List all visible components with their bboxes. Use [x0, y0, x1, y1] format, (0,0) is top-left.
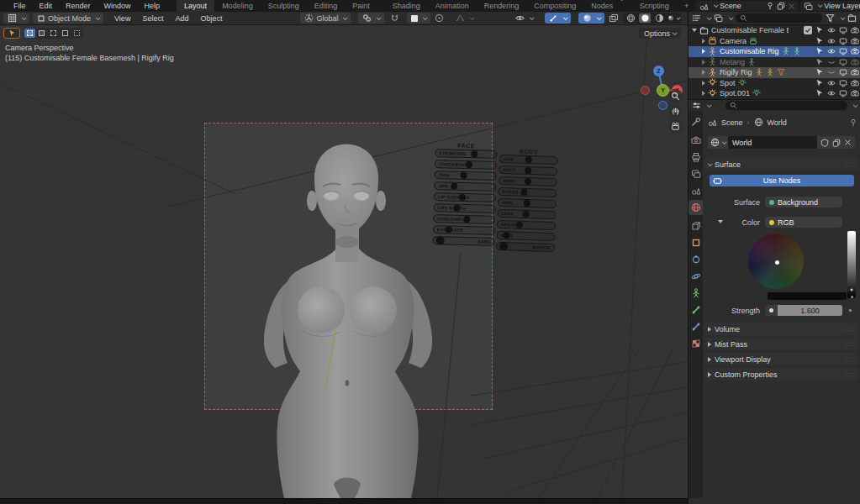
pivot-point-button[interactable] [407, 13, 430, 24]
menu-select[interactable]: Select [136, 14, 169, 23]
new-datablock-icon[interactable] [832, 139, 841, 147]
tab-bone[interactable] [689, 302, 704, 318]
strength-socket-button[interactable] [765, 305, 778, 316]
strength-slider[interactable]: 1.600 [778, 305, 842, 316]
tab-output[interactable] [689, 150, 704, 165]
face-slider-cheekbones[interactable]: CHEEKBONES [435, 160, 497, 170]
fake-user-icon[interactable] [820, 139, 829, 147]
tab-uv-editing[interactable]: UV Editing [307, 0, 346, 12]
gizmo-z-neg-axis[interactable] [658, 101, 667, 110]
tab-object[interactable] [689, 235, 704, 250]
tab-physics[interactable] [689, 269, 704, 284]
body-slider-hips[interactable]: HIPS [498, 198, 557, 208]
proportional-edit-icon[interactable] [435, 13, 444, 23]
face-slider-lip-corners[interactable]: LIP CORNERS [434, 192, 496, 202]
view-layer-selector[interactable]: View Layer [800, 1, 860, 11]
color-expander[interactable] [718, 220, 723, 223]
camera-view-button[interactable] [668, 119, 683, 134]
falloff-button[interactable] [451, 13, 477, 24]
viewport-disable-icon[interactable] [839, 47, 847, 55]
tab-constraints[interactable] [689, 252, 704, 267]
color-input-select[interactable]: RGB [765, 217, 842, 228]
properties-search-input[interactable] [725, 101, 847, 110]
unlink-scene-icon[interactable] [788, 3, 795, 10]
world-name-field[interactable]: World [728, 136, 817, 149]
tab-layout[interactable]: Layout [177, 0, 214, 12]
face-slider-chin[interactable]: CHIN [434, 171, 496, 181]
body-slider-neck[interactable]: NECK [499, 165, 557, 176]
breadcrumb-world[interactable]: World [768, 118, 787, 127]
pin-icon[interactable] [766, 2, 774, 10]
select-mode-extend[interactable] [36, 29, 47, 38]
magnet-snap-icon[interactable] [390, 13, 399, 23]
use-nodes-button[interactable]: Use Nodes [710, 175, 854, 186]
tab-shading[interactable]: Shading [385, 0, 428, 12]
add-workspace-button[interactable]: + [677, 0, 696, 12]
selectable-toggle-icon[interactable] [815, 89, 824, 97]
render-disable-icon[interactable] [851, 89, 859, 97]
hide-toggle-icon[interactable] [827, 37, 836, 45]
breadcrumb-scene[interactable]: Scene [721, 118, 743, 127]
transform-orientation[interactable]: Global [300, 13, 351, 24]
selectable-toggle-icon[interactable] [815, 68, 824, 76]
surface-panel-header[interactable]: Surface :::: [704, 158, 858, 171]
hide-toggle-icon[interactable] [827, 47, 836, 55]
color-wheel-cursor[interactable] [775, 260, 779, 265]
outliner-row-metarig[interactable]: Metarig [689, 57, 860, 68]
menu-render[interactable]: Render [59, 0, 98, 12]
current-color-swatch[interactable] [768, 292, 847, 300]
body-slider-legs[interactable]: LEGS [497, 209, 556, 219]
tab-animation[interactable]: Animation [428, 0, 477, 12]
selectable-toggle-icon[interactable] [815, 58, 824, 66]
shading-wireframe-button[interactable] [625, 13, 636, 23]
new-scene-icon[interactable] [777, 2, 785, 10]
outliner-row-rigify-rig[interactable]: Rigify Rig [689, 67, 860, 78]
menu-window[interactable]: Window [98, 0, 138, 12]
tab-modeling[interactable]: Modeling [214, 0, 261, 12]
tab-bone-constraints[interactable] [689, 319, 704, 334]
face-slider-eye-shape[interactable]: EYE SHAPE [433, 225, 495, 235]
body-slider-breasts[interactable]: BREASTS [497, 220, 556, 230]
gizmos-toggle[interactable] [545, 13, 571, 24]
world-browse-button[interactable] [708, 136, 728, 149]
unlink-icon[interactable] [844, 139, 852, 146]
hide-toggle-icon[interactable] [827, 89, 836, 97]
properties-editor-icon[interactable] [692, 101, 701, 110]
render-disable-icon[interactable] [851, 26, 859, 34]
face-slider-chin-dimple[interactable]: CHIN DIMPLE [433, 214, 495, 224]
select-mode-subtract[interactable] [48, 29, 59, 38]
gizmo-x-neg-axis[interactable] [641, 86, 650, 95]
gizmo-z-axis[interactable]: Z [653, 66, 664, 76]
outliner-row-camera[interactable]: Camera [689, 36, 860, 47]
shading-solid-button[interactable] [639, 13, 651, 23]
xray-toggle-icon[interactable] [609, 13, 619, 24]
new-collection-icon[interactable] [847, 13, 857, 23]
tab-sculpting[interactable]: Sculpting [261, 0, 307, 12]
selectable-toggle-icon[interactable] [815, 37, 824, 45]
tab-geometry-nodes[interactable]: Geometry Nodes [583, 0, 632, 12]
options-button[interactable]: Options [639, 28, 681, 39]
render-disable-icon[interactable] [851, 79, 859, 87]
hide-toggle-icon[interactable] [827, 79, 836, 87]
mist-pass-panel-header[interactable]: Mist Pass:::: [704, 338, 858, 350]
custom-properties-panel-header[interactable]: Custom Properties:::: [704, 368, 858, 381]
body-slider-mirror[interactable]: MIRROR [496, 242, 555, 252]
tab-compositing[interactable]: Compositing [526, 0, 583, 12]
outliner-editor-icon[interactable] [692, 13, 701, 23]
hide-toggle-icon[interactable] [827, 26, 836, 34]
selectable-toggle-icon[interactable] [815, 79, 824, 87]
show-object-types-button[interactable] [511, 13, 537, 24]
model-female-basemesh[interactable] [264, 144, 432, 499]
outliner-row-spot[interactable]: Spot [689, 78, 860, 89]
viewport-disable-icon[interactable] [839, 26, 847, 34]
viewport-disable-icon[interactable] [839, 37, 847, 45]
tab-tool[interactable] [689, 114, 704, 129]
snap-target-button[interactable] [358, 13, 384, 24]
menu-help[interactable]: Help [138, 0, 167, 12]
tab-render[interactable] [689, 133, 704, 148]
select-mode-set[interactable] [24, 29, 35, 38]
3d-viewport[interactable]: Camera Perspective (115) Customisable Fe… [0, 25, 688, 498]
mode-selector[interactable]: Object Mode [33, 13, 103, 24]
body-slider-butt[interactable]: BUTT [496, 231, 555, 241]
render-disable-icon[interactable] [851, 68, 859, 76]
